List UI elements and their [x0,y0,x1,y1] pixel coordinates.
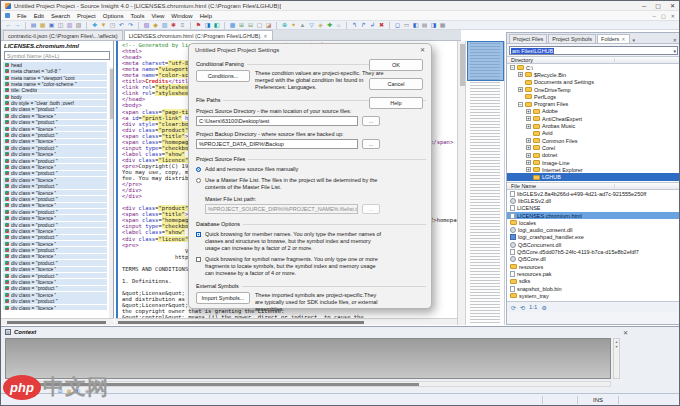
toolbar-icon[interactable]: ▨ [75,22,82,29]
toolbar-icon[interactable]: ▦ [439,22,446,29]
check-fragment-row[interactable]: Quick browsing for symbol name fragments… [196,256,384,277]
editor-hscrollbar[interactable] [115,318,457,325]
toolbar-icon[interactable]: ⊞ [238,22,245,29]
toolbar-icon[interactable]: ✖ [378,22,385,29]
menu-tools[interactable]: Tools [130,13,144,19]
toolbar-icon[interactable]: ▽ [308,22,315,29]
symbol-item[interactable]: div class = "product " [3,158,107,164]
tree-item[interactable]: +Arobas Music [507,122,680,129]
file-item[interactable]: Qt5Core.d5dd07b5-24fc-4119-b7ca-d15e8b2e… [507,248,680,255]
menu-help[interactable]: Help [200,13,212,19]
radio-manual-row[interactable]: Add and remove source files manually [196,166,384,173]
symbol-item[interactable]: div class = "licence " [3,215,107,221]
tree-item[interactable]: +Image-Line [507,159,680,166]
tree-item[interactable]: +dotnet [507,152,680,159]
symbol-item[interactable]: div class = "licence " [3,279,107,285]
file-item[interactable]: LICENSE [507,205,680,212]
check-symbol-fragments[interactable] [196,257,201,262]
menu-search[interactable]: Search [51,13,70,19]
toolbar-icon[interactable]: ◆ [152,22,159,29]
check-member-row[interactable]: Quick browsing for member names. You onl… [196,231,384,252]
dialog-close-icon[interactable]: ✕ [420,46,425,53]
source-directory-input[interactable]: C:\Users\63100\Desktop\test [196,116,358,126]
toolbar-icon[interactable]: ▥ [161,22,168,29]
tree-item[interactable]: +Common Files [507,137,680,144]
file-item[interactable]: resources [507,263,680,270]
filename-column-header[interactable]: File Name [507,182,680,190]
mdi-restore-icon[interactable]: ▢ [661,13,666,19]
source-browse-button[interactable]: ... [362,116,380,126]
tree-item[interactable]: LGHUB [507,173,680,180]
context-close-icon[interactable]: ✕ [623,329,628,336]
chevron-down-icon[interactable]: ▾ [673,48,676,54]
radio-manual[interactable] [196,167,201,172]
tree-item[interactable]: +OneDriveTemp [507,86,680,93]
editor-vscrollbar[interactable] [457,41,466,325]
symbol-item[interactable]: div class = "licence " [3,164,107,170]
menu-window[interactable]: Window [171,13,192,19]
refresh-icon[interactable]: ⟳ [511,304,516,311]
document-tab[interactable]: contravtic-il.json (C:\Program Files\...… [3,30,123,40]
minimize-icon[interactable]: ─ [642,1,646,11]
symbol-panel-hscrollbar[interactable] [1,318,114,325]
overview-minimap[interactable] [467,41,505,325]
menu-view[interactable]: View [151,13,164,19]
toolbar-icon[interactable]: ⊕ [281,22,288,29]
tree-item[interactable]: +Corel [507,144,680,151]
file-item[interactable]: snapshot_blob.bin [507,285,680,292]
symbol-item[interactable]: div class = "licence " [3,254,107,260]
symbol-item[interactable]: div class = "licence " [3,151,107,157]
tree-expander-icon[interactable]: + [526,167,531,172]
tree-item[interactable]: −C:\ [507,64,680,71]
toolbar-icon[interactable]: ◨ [204,22,211,29]
file-item[interactable]: Qt5Concurrent.dll [507,241,680,248]
symbol-item[interactable]: div class = "product " [3,145,107,151]
symbol-item[interactable]: div class = "product " [3,120,107,126]
symbol-item[interactable]: div class = "product " [3,196,107,202]
check-member-names[interactable] [196,232,201,237]
menu-edit[interactable]: Edit [34,13,44,19]
cancel-button[interactable]: Cancel [369,78,423,90]
tree-item[interactable]: −Program Files [507,100,680,107]
file-item[interactable]: resources.pak [507,270,680,277]
tree-expander-icon[interactable]: + [518,72,523,77]
import-symbols-button[interactable]: Import Symbols... [196,292,250,304]
symbol-item[interactable]: div class = "product " [3,183,107,189]
sync-icon[interactable]: ⟲ [520,304,525,311]
backup-directory-input[interactable]: %PROJECT_DATA_DIR%\Backup [196,139,358,149]
symbol-item[interactable]: div class = "licence " [3,139,107,145]
toolbar-icon[interactable]: ✚ [326,22,333,29]
menu-options[interactable]: Options [103,13,124,19]
minimap-viewport[interactable] [467,41,504,81]
symbol-item[interactable]: div class = "licence " [3,190,107,196]
symbol-item[interactable]: div class = "product " [3,171,107,177]
toolbar-icon[interactable]: ◈ [317,22,324,29]
file-item[interactable]: logi_crashpad_handler.exe [507,234,680,241]
help-button[interactable]: Help [369,97,423,109]
file-item[interactable]: locales [507,219,680,226]
toolbar-icon[interactable]: ↲ [369,22,376,29]
tree-item[interactable]: +Adobe [507,108,680,115]
symbol-item[interactable]: meta charset = "utf-8 " [3,68,107,74]
toolbar-icon[interactable]: ✱ [170,22,177,29]
actual-size-icon[interactable]: 1:1 [529,304,537,310]
symbol-item[interactable]: div class = "licence " [3,203,107,209]
toolbar-icon[interactable]: ⌂ [335,22,342,29]
toolbar-icon[interactable]: ▢ [256,22,263,29]
symbol-item[interactable]: div class = "licence " [3,113,107,119]
symbol-item[interactable]: div class = "product " [3,209,107,215]
toolbar-icon[interactable]: ↰ [351,22,358,29]
tree-expander-icon[interactable]: + [526,153,531,158]
file-item[interactable]: sdks [507,278,680,285]
toolbar-icon[interactable]: ◪ [265,22,272,29]
symbol-item[interactable]: title: Credits [3,88,107,94]
toolbar-icon[interactable]: ✚ [91,22,98,29]
toolbar-icon[interactable]: ▦ [39,22,46,29]
toolbar-icon[interactable]: ≡ [179,22,186,29]
toolbar-icon[interactable]: ✦ [290,22,297,29]
symbol-item[interactable]: meta name = "color-scheme " [3,81,107,87]
tree-item[interactable]: Documents and Settings [507,79,680,86]
tree-expander-icon[interactable]: + [526,160,531,165]
symbol-item[interactable]: div class = "product " [3,222,107,228]
toolbar-icon[interactable]: ◨ [430,22,437,29]
